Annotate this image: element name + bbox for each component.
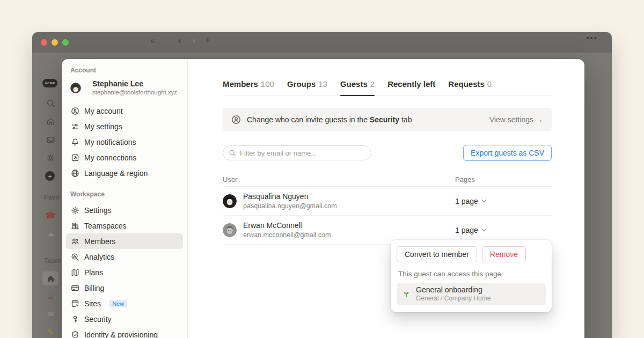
globe-icon (70, 168, 79, 178)
settings-modal: Account Stephanie Lee stephanie@toolsfor… (62, 59, 584, 338)
page-title: General onboarding (416, 285, 491, 295)
tab-requests[interactable]: Requests0 (448, 79, 492, 95)
person-circle-icon (70, 106, 79, 115)
nav-item-label: Settings (84, 206, 112, 215)
nav-item-label: Billing (84, 284, 104, 292)
nav-item-label: Identity & provisioning (84, 330, 158, 338)
filter-search-box[interactable] (223, 145, 371, 160)
nav-item-label: My notifications (84, 138, 136, 146)
minimize-window-button[interactable] (52, 39, 58, 46)
nav-item-label: Analytics (84, 253, 114, 261)
tab-label: Recently left (387, 79, 435, 89)
tab-guests[interactable]: Guests2 (340, 79, 375, 95)
new-badge: New (109, 300, 127, 307)
tab-count: 0 (487, 79, 492, 89)
nav-item-sites[interactable]: Sites New (66, 296, 183, 311)
tab-label: Requests (448, 79, 485, 89)
company-home-icon[interactable] (42, 271, 58, 285)
account-user-row[interactable]: Stephanie Lee stephanie@toolsforthought.… (66, 78, 183, 98)
nav-item-my-connections[interactable]: My connections (66, 150, 183, 165)
workspace-logo[interactable]: ACME (42, 79, 57, 87)
popover-caption: This guest can access this page: (397, 270, 546, 278)
nav-item-identity-provisioning[interactable]: Identity & provisioning (66, 327, 183, 338)
app-window: « ‹ › + ••• ACME + Favo ☎ Team ☕ (32, 32, 612, 338)
nav-item-label: Members (84, 237, 115, 246)
nav-item-label: Security (84, 315, 112, 324)
browser-cursor-icon (70, 299, 79, 308)
favorites-section-label: Favo (44, 194, 60, 201)
workspace-section-label: Workspace (66, 190, 183, 198)
nav-item-my-notifications[interactable]: My notifications (66, 134, 183, 150)
nav-item-label: My settings (84, 122, 122, 131)
pages-dropdown[interactable]: 1 page (455, 226, 487, 234)
zoom-window-button[interactable] (62, 39, 69, 46)
new-page-plus-icon[interactable]: + (45, 171, 55, 181)
back-icon[interactable]: ‹ (178, 35, 181, 46)
tab-count: 2 (370, 79, 375, 89)
banner-text: Change who can invite guests in the Secu… (247, 115, 412, 124)
pencil-page-icon[interactable]: ✎ (45, 327, 56, 337)
forward-icon: › (192, 35, 195, 46)
person-circle-icon (231, 115, 241, 124)
nav-item-label: Sites (84, 299, 101, 308)
building-icon (70, 221, 79, 230)
nav-item-settings[interactable]: Settings (66, 202, 183, 218)
page-path: General / Company Home (416, 295, 491, 303)
nav-item-label: My account (84, 107, 123, 115)
pages-count: 1 page (455, 197, 478, 205)
gear-icon (70, 205, 79, 215)
new-tab-icon[interactable]: + (205, 35, 211, 46)
credit-card-icon (70, 283, 79, 292)
more-menu-icon[interactable]: ••• (586, 33, 598, 42)
user-email: stephanie@toolsforthought.xyz (92, 89, 177, 97)
guest-identity: Erwan McConnell erwan.mcconnell@gmail.co… (243, 221, 331, 240)
nav-item-my-settings[interactable]: My settings (66, 119, 183, 134)
nav-item-my-account[interactable]: My account (66, 103, 183, 119)
nav-item-label: Teamspaces (84, 222, 127, 230)
home-icon[interactable] (45, 116, 56, 127)
nav-item-teamspaces[interactable]: Teamspaces (66, 218, 183, 233)
sprout-icon (402, 290, 411, 298)
map-icon (70, 268, 79, 277)
guest-avatar (223, 194, 237, 208)
key-icon (70, 314, 79, 324)
sneaker-page-icon[interactable] (45, 229, 56, 239)
user-name: Stephanie Lee (92, 79, 177, 89)
sidebar-collapse-icon[interactable]: « (150, 36, 154, 46)
teamspaces-section-label: Team (44, 257, 61, 264)
nav-item-billing[interactable]: Billing (66, 280, 183, 296)
close-window-button[interactable] (41, 39, 47, 46)
convert-to-member-button[interactable]: Convert to member (397, 246, 477, 262)
people-icon (70, 237, 79, 246)
search-icon[interactable] (45, 98, 56, 108)
external-link-box-icon (70, 153, 79, 162)
window-titlebar: « ‹ › + ••• (32, 32, 612, 53)
guest-name: Pasqualina Nguyen (243, 192, 337, 202)
phone-page-icon[interactable]: ☎ (45, 210, 56, 221)
guest-name: Erwan McConnell (243, 221, 331, 231)
nav-item-plans[interactable]: Plans (66, 264, 183, 280)
guest-email: erwan.mcconnell@gmail.com (243, 231, 331, 240)
pages-dropdown[interactable]: 1 page (455, 197, 487, 205)
chevron-down-icon (481, 228, 487, 232)
tab-recently-left[interactable]: Recently left (387, 79, 435, 95)
remove-guest-button[interactable]: Remove (482, 246, 526, 262)
inbox-icon[interactable] (45, 134, 56, 145)
nav-item-members[interactable]: Members (66, 233, 183, 249)
coffee-page-icon[interactable]: ☕ (45, 291, 56, 302)
guest-email: pasqualina.nguyen@gmail.com (243, 202, 337, 211)
laptop-page-icon[interactable] (45, 309, 56, 320)
nav-item-security[interactable]: Security (66, 311, 183, 327)
filter-search-input[interactable] (240, 149, 365, 157)
tab-groups[interactable]: Groups13 (287, 79, 327, 95)
nav-item-analytics[interactable]: Analytics (66, 249, 183, 264)
page-info: General onboarding General / Company Hom… (416, 285, 491, 303)
tab-members[interactable]: Members100 (223, 79, 274, 95)
accessible-page-item[interactable]: General onboarding General / Company Hom… (397, 283, 546, 305)
chevron-down-icon (481, 199, 487, 203)
nav-item-language-region[interactable]: Language & region (66, 165, 183, 181)
view-settings-link[interactable]: View settings → (489, 115, 543, 124)
settings-gear-icon[interactable] (45, 152, 56, 163)
settings-nav: Account Stephanie Lee stephanie@toolsfor… (62, 59, 188, 338)
export-guests-csv-button[interactable]: Export guests as CSV (463, 145, 552, 161)
